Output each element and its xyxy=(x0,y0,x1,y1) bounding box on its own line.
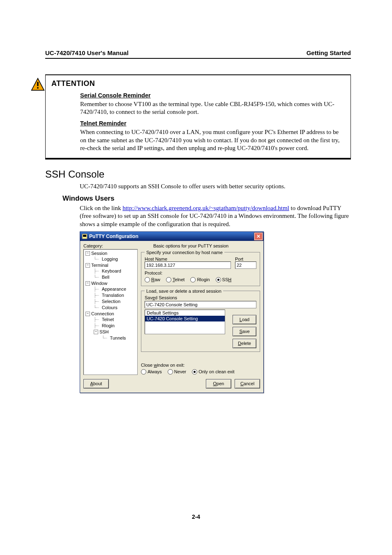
connection-group-legend: Specify your connection by host name xyxy=(145,250,224,255)
tree-terminal[interactable]: −Terminal xyxy=(84,262,137,268)
port-input[interactable] xyxy=(235,261,256,269)
tree-window[interactable]: −Window xyxy=(84,280,137,286)
windows-users-paragraph: Click on the link http://www.chiark.gree… xyxy=(80,204,351,228)
protocol-ssh[interactable]: SSH xyxy=(216,277,232,282)
page-header: UC-7420/7410 User's Manual Getting Start… xyxy=(45,49,351,59)
tree-rlogin[interactable]: ├┈ Rlogin xyxy=(84,323,137,329)
tree-bell[interactable]: └┈ Bell xyxy=(84,274,137,280)
telnet-reminder-text: When connecting to UC-7420/7410 over a L… xyxy=(80,128,345,152)
open-button[interactable]: Open xyxy=(206,379,231,388)
window-title: PuTTY Configuration xyxy=(89,234,138,239)
about-button[interactable]: About xyxy=(83,379,109,388)
putty-download-link[interactable]: http://www.chiark.greenend.org.uk/~sgtat… xyxy=(122,205,289,211)
category-label: Category: xyxy=(83,243,138,248)
close-never[interactable]: Never xyxy=(168,369,186,375)
collapse-icon[interactable]: − xyxy=(94,330,98,334)
close-always[interactable]: Always xyxy=(141,369,162,375)
header-right: Getting Started xyxy=(307,49,351,56)
serial-console-reminder-text: Remember to choose VT100 as the terminal… xyxy=(80,100,345,116)
tree-ssh[interactable]: −SSH xyxy=(84,329,137,335)
ssh-console-heading: SSH Console xyxy=(45,169,351,180)
list-item[interactable]: UC-7420 Console Setting xyxy=(145,316,225,321)
delete-button[interactable]: Delete xyxy=(233,339,256,348)
protocol-raw[interactable]: RRawaw xyxy=(145,277,160,282)
warning-icon xyxy=(31,78,45,92)
tree-logging[interactable]: └┈ Logging xyxy=(84,256,137,262)
collapse-icon[interactable]: − xyxy=(85,312,90,316)
tree-appearance[interactable]: ├┈ Appearance xyxy=(84,286,137,292)
protocol-rlogin[interactable]: Rlogin xyxy=(190,277,210,282)
tree-telnet[interactable]: ├┈ Telnet xyxy=(84,317,137,323)
tree-keyboard[interactable]: ├┈ Keyboard xyxy=(84,268,137,274)
category-tree[interactable]: −Session └┈ Logging −Terminal ├┈ Keyboar… xyxy=(83,249,138,375)
page-number: 2-4 xyxy=(0,513,392,520)
sessions-listbox[interactable]: Default Settings UC-7420 Console Setting xyxy=(145,310,225,334)
tree-selection[interactable]: ├┈ Selection xyxy=(84,298,137,305)
saved-session-input[interactable] xyxy=(145,301,256,308)
close-window-label: Close window on exit: xyxy=(141,363,260,368)
port-label: Port xyxy=(235,257,256,261)
attention-box: ATTENTION Serial Console Reminder Rememb… xyxy=(45,74,351,160)
tree-connection[interactable]: −Connection xyxy=(84,311,137,317)
svg-rect-4 xyxy=(83,235,86,237)
collapse-icon[interactable]: − xyxy=(85,251,90,256)
ssh-console-intro: UC-7420/7410 supports an SSH Console to … xyxy=(80,183,351,190)
protocol-telnet[interactable]: Telnet xyxy=(166,277,184,282)
tree-tunnels[interactable]: └┈ Tunnels xyxy=(84,335,137,341)
tree-translation[interactable]: ├┈ Translation xyxy=(84,292,137,298)
header-left: UC-7420/7410 User's Manual xyxy=(45,49,129,56)
tree-session[interactable]: −Session xyxy=(84,250,137,256)
collapse-icon[interactable]: − xyxy=(85,263,90,268)
connection-group: Specify your connection by host name Hos… xyxy=(141,250,260,286)
saved-sessions-label: Saved Sessions xyxy=(145,295,256,300)
serial-console-reminder-heading: Serial Console Reminder xyxy=(80,92,151,99)
close-clean[interactable]: Only on clean exit xyxy=(192,369,234,375)
svg-rect-1 xyxy=(37,82,38,86)
load-button[interactable]: Load xyxy=(233,315,256,324)
sessions-group: Load, save or delete a stored session Sa… xyxy=(141,289,260,352)
telnet-reminder-heading: Telnet Reminder xyxy=(80,120,127,127)
hostname-input[interactable] xyxy=(145,261,231,269)
list-item[interactable]: Default Settings xyxy=(145,310,225,316)
protocol-label: Protocol: xyxy=(145,271,256,275)
putty-window: PuTTY Configuration ✕ Category: −Session… xyxy=(80,231,264,393)
putty-icon xyxy=(82,234,88,239)
title-bar[interactable]: PuTTY Configuration ✕ xyxy=(80,232,263,241)
svg-point-2 xyxy=(37,87,39,89)
close-button[interactable]: ✕ xyxy=(254,233,263,240)
panel-title: Basic options for your PuTTY session xyxy=(153,243,260,248)
attention-title: ATTENTION xyxy=(51,79,345,88)
sessions-group-legend: Load, save or delete a stored session xyxy=(145,289,223,294)
collapse-icon[interactable]: − xyxy=(85,281,90,286)
windows-users-heading: Windows Users xyxy=(62,194,351,203)
save-button[interactable]: Save xyxy=(233,327,256,336)
cancel-button[interactable]: Cancel xyxy=(235,379,260,388)
hostname-label: Host Name xyxy=(145,257,231,261)
click-prefix: Click on the link xyxy=(80,205,122,211)
tree-colours[interactable]: └┈ Colours xyxy=(84,305,137,311)
